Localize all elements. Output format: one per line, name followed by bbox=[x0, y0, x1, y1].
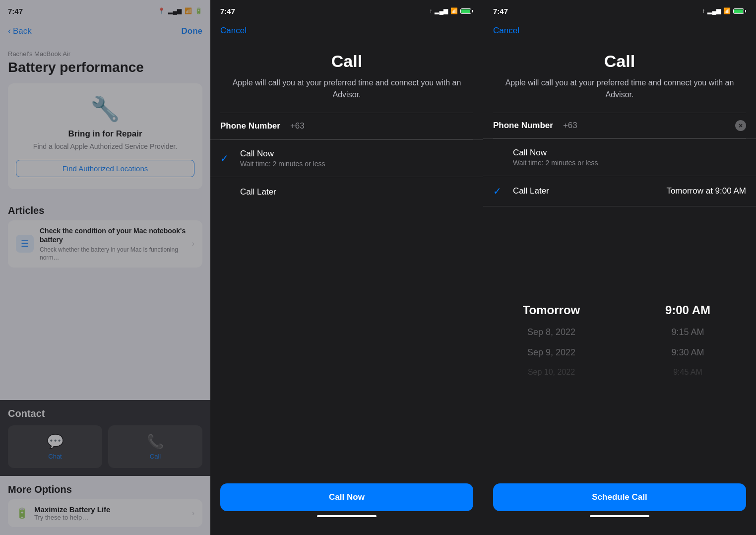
call-now-title: Call Now bbox=[240, 149, 473, 159]
status-time-2: 7:47 bbox=[220, 7, 235, 15]
signal-icon-3: ▂▄▆ bbox=[707, 7, 721, 14]
battery-icon-2 bbox=[460, 8, 473, 14]
call-later-title: Call Later bbox=[240, 187, 473, 197]
p2-description: Apple will call you at your preferred ti… bbox=[226, 77, 467, 101]
p3-call-now-option[interactable]: ✓ Call Now Wait time: 2 minutes or less bbox=[483, 138, 756, 176]
p3-phone-label: Phone Number bbox=[493, 121, 553, 131]
call-later-content: Call Later bbox=[240, 187, 473, 197]
clear-phone-button[interactable]: × bbox=[735, 120, 746, 131]
date-picker-column[interactable]: Tomorrow Sep 8, 2022 Sep 9, 2022 Sep 10,… bbox=[483, 210, 620, 469]
p3-description: Apple will call you at your preferred ti… bbox=[499, 77, 740, 101]
p3-bottom: Schedule Call bbox=[483, 473, 756, 535]
datetime-picker[interactable]: Tomorrow Sep 8, 2022 Sep 9, 2022 Sep 10,… bbox=[483, 206, 756, 473]
p3-phone-row[interactable]: Phone Number +63 × bbox=[483, 113, 756, 138]
call-now-option[interactable]: ✓ Call Now Wait time: 2 minutes or less bbox=[210, 139, 483, 177]
p3-title: Call bbox=[499, 52, 740, 71]
p3-call-later-option[interactable]: ✓ Call Later Tomorrow at 9:00 AM bbox=[483, 176, 756, 206]
status-icons-3: ↑ ▂▄▆ 📶 bbox=[702, 7, 746, 14]
wifi-icon-3: 📶 bbox=[723, 7, 731, 14]
cancel-button-3[interactable]: Cancel bbox=[493, 26, 519, 35]
p3-call-now-subtitle: Wait time: 2 minutes or less bbox=[513, 159, 746, 167]
home-indicator bbox=[317, 515, 377, 517]
p2-title: Call bbox=[226, 52, 467, 71]
status-bar-3: 7:47 ↑ ▂▄▆ 📶 bbox=[483, 0, 756, 22]
p2-spacer bbox=[210, 207, 483, 473]
status-bar-2: 7:47 ↑ ▂▄▆ 📶 bbox=[210, 0, 483, 22]
call-now-button[interactable]: Call Now bbox=[220, 483, 473, 511]
checkmark-icon-1: ✓ bbox=[220, 152, 232, 164]
panel-call-now: 7:47 ↑ ▂▄▆ 📶 Cancel Call Apple will call… bbox=[210, 0, 483, 535]
p3-phone-value: +63 bbox=[563, 121, 729, 131]
p2-body: Call Apple will call you at your preferr… bbox=[210, 36, 483, 473]
cancel-button-2[interactable]: Cancel bbox=[220, 26, 247, 35]
call-later-option[interactable]: ✓ Call Later bbox=[210, 177, 483, 207]
call-now-subtitle: Wait time: 2 minutes or less bbox=[240, 160, 473, 168]
time-picker-column[interactable]: 9:00 AM 9:15 AM 9:30 AM 9:45 AM bbox=[620, 210, 756, 469]
p3-call-later-time: Tomorrow at 9:00 AM bbox=[666, 186, 746, 196]
p3-call-options: ✓ Call Now Wait time: 2 minutes or less … bbox=[483, 138, 756, 206]
wifi-icon-2: 📶 bbox=[450, 7, 458, 14]
p3-call-now-content: Call Now Wait time: 2 minutes or less bbox=[513, 148, 746, 167]
p3-call-later-title: Call Later bbox=[513, 186, 658, 196]
location-icon-2: ↑ bbox=[429, 7, 432, 14]
panel-schedule-call: 7:47 ↑ ▂▄▆ 📶 Cancel Call Apple will call… bbox=[483, 0, 756, 535]
battery-icon-3 bbox=[733, 8, 746, 14]
picker-inner: Tomorrow Sep 8, 2022 Sep 9, 2022 Sep 10,… bbox=[483, 210, 756, 469]
status-icons-2: ↑ ▂▄▆ 📶 bbox=[429, 7, 473, 14]
phone-number-value: +63 bbox=[290, 121, 305, 131]
picker-time-945[interactable]: 9:45 AM bbox=[620, 363, 756, 382]
overlay bbox=[0, 0, 210, 535]
p3-check-2: ✓ bbox=[493, 185, 505, 197]
call-now-content: Call Now Wait time: 2 minutes or less bbox=[240, 149, 473, 168]
call-options: ✓ Call Now Wait time: 2 minutes or less … bbox=[210, 139, 483, 207]
p2-header: Call Apple will call you at your preferr… bbox=[210, 36, 483, 113]
p3-call-later-content: Call Later bbox=[513, 186, 658, 196]
p3-call-now-title: Call Now bbox=[513, 148, 746, 158]
p2-bottom: Call Now bbox=[210, 473, 483, 535]
p3-nav: Cancel bbox=[483, 22, 756, 36]
location-icon-3: ↑ bbox=[702, 7, 705, 14]
picker-date-sep9[interactable]: Sep 9, 2022 bbox=[483, 342, 620, 363]
phone-number-label: Phone Number bbox=[220, 121, 280, 131]
panel-battery-performance: 7:47 📍 ▂▄▆ 📶 🔋 ‹ Back Done Rachel's MacB… bbox=[0, 0, 210, 535]
phone-number-row[interactable]: Phone Number +63 bbox=[210, 113, 483, 139]
status-time-3: 7:47 bbox=[493, 7, 508, 15]
schedule-call-button[interactable]: Schedule Call bbox=[493, 483, 746, 511]
picker-time-915[interactable]: 9:15 AM bbox=[620, 322, 756, 342]
picker-time-900[interactable]: 9:00 AM bbox=[620, 298, 756, 322]
p3-home-indicator bbox=[590, 515, 649, 517]
p2-nav: Cancel bbox=[210, 22, 483, 36]
p3-header: Call Apple will call you at your preferr… bbox=[483, 36, 756, 113]
signal-icon-2: ▂▄▆ bbox=[435, 7, 448, 14]
picker-date-sep8[interactable]: Sep 8, 2022 bbox=[483, 322, 620, 342]
picker-date-sep10[interactable]: Sep 10, 2022 bbox=[483, 363, 620, 382]
picker-date-tomorrow[interactable]: Tomorrow bbox=[483, 298, 620, 322]
picker-time-930[interactable]: 9:30 AM bbox=[620, 342, 756, 363]
